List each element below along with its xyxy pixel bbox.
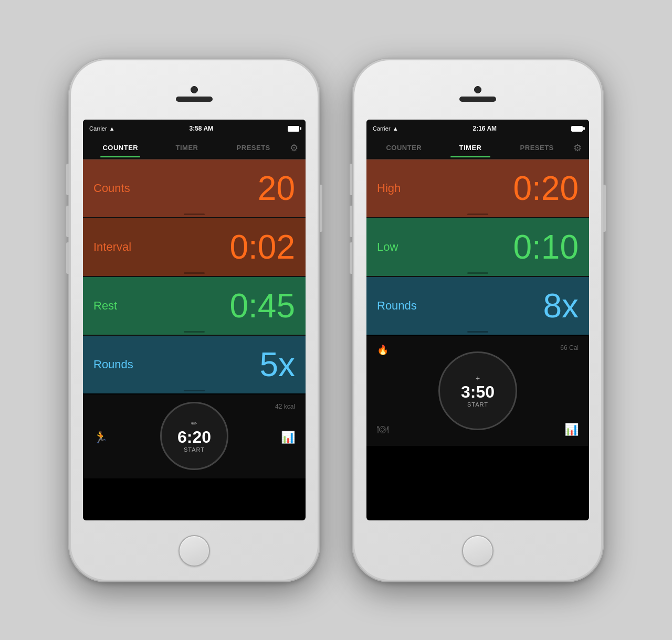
- status-icons-left: [288, 126, 299, 132]
- high-label: High: [377, 182, 401, 195]
- rounds-label-left: Rounds: [93, 358, 133, 371]
- screen-left: Carrier ▲ 3:58 AM COUNTER TIMER PRESETS …: [83, 120, 306, 520]
- start-time-left: 6:20: [177, 429, 211, 445]
- interval-value: 0:02: [229, 228, 295, 266]
- drag-indicator-interval: [184, 272, 205, 274]
- utensils-icon-right[interactable]: 🍽: [377, 423, 388, 436]
- start-button-right[interactable]: + 3:50 START: [438, 351, 517, 430]
- drag-indicator-high: [467, 214, 488, 215]
- bottom-panel-left: 🏃 ✏ 6:20 START 42 kcal 📊: [83, 394, 306, 478]
- drag-indicator-rounds-left: [184, 390, 205, 391]
- flame-icon-right: 🔥: [377, 344, 388, 356]
- gear-icon-right[interactable]: ⚙: [570, 142, 585, 154]
- carrier-left: Carrier ▲: [89, 125, 115, 132]
- interval-label: Interval: [93, 240, 131, 254]
- plus-icon-right: +: [476, 374, 480, 382]
- wifi-icon-left: ▲: [109, 125, 115, 132]
- drag-indicator-counts: [184, 214, 205, 215]
- wifi-icon-right: ▲: [393, 125, 398, 132]
- tab-counter-right[interactable]: COUNTER: [371, 138, 437, 157]
- front-camera-right: [474, 86, 481, 93]
- bars-chart-icon-right[interactable]: 📊: [564, 423, 579, 436]
- bottom-panel-right: 🔥 🍽 + 3:50 START 66 Cal 📊: [366, 336, 589, 446]
- status-time-left: 3:58 AM: [189, 125, 213, 132]
- phone-left: Carrier ▲ 3:58 AM COUNTER TIMER PRESETS …: [68, 58, 320, 582]
- kcal-label-left: 42 kcal: [275, 403, 295, 410]
- drag-indicator-low: [467, 272, 488, 274]
- rest-row[interactable]: Rest 0:45: [83, 277, 306, 335]
- tab-timer-left[interactable]: TIMER: [154, 138, 220, 157]
- drag-indicator-rounds-right: [467, 331, 488, 333]
- status-icons-right: [571, 126, 583, 132]
- rounds-row-left[interactable]: Rounds 5x: [83, 336, 306, 393]
- speaker-left: [176, 97, 213, 102]
- low-value: 0:10: [513, 228, 579, 266]
- rounds-row-right[interactable]: Rounds 8x: [366, 277, 589, 335]
- content-rows-left: Counts 20 Interval 0:02 Rest 0:45 Rounds…: [83, 159, 306, 393]
- start-time-right: 3:50: [461, 383, 495, 400]
- drag-indicator-rest: [184, 331, 205, 333]
- start-button-left[interactable]: ✏ 6:20 START: [160, 402, 228, 470]
- rounds-label-right: Rounds: [377, 299, 417, 313]
- counts-value: 20: [258, 169, 295, 208]
- rounds-value-left: 5x: [259, 345, 295, 384]
- battery-icon-right: [571, 126, 583, 132]
- home-button-right[interactable]: [462, 535, 494, 567]
- carrier-text-right: Carrier: [373, 125, 391, 132]
- nav-tabs-right: COUNTER TIMER PRESETS ⚙: [366, 136, 589, 159]
- screen-right: Carrier ▲ 2:16 AM COUNTER TIMER PRESETS …: [366, 120, 589, 520]
- high-value: 0:20: [513, 169, 579, 208]
- content-rows-right: High 0:20 Low 0:10 Rounds 8x: [366, 159, 589, 335]
- rounds-value-right: 8x: [543, 286, 579, 325]
- tab-timer-right[interactable]: TIMER: [437, 138, 504, 157]
- carrier-text-left: Carrier: [89, 125, 107, 132]
- battery-icon-left: [288, 126, 299, 132]
- home-button-left[interactable]: [178, 535, 210, 567]
- low-label: Low: [377, 240, 398, 254]
- tab-presets-left[interactable]: PRESETS: [220, 138, 287, 157]
- tab-counter-left[interactable]: COUNTER: [87, 138, 154, 157]
- counts-label: Counts: [93, 182, 130, 195]
- rest-value: 0:45: [229, 286, 295, 325]
- interval-row[interactable]: Interval 0:02: [83, 218, 306, 276]
- gear-icon-left[interactable]: ⚙: [287, 142, 301, 154]
- start-label-left: START: [184, 446, 205, 453]
- bars-chart-icon-left[interactable]: 📊: [281, 431, 295, 444]
- high-row[interactable]: High 0:20: [366, 159, 589, 217]
- phone-right: Carrier ▲ 2:16 AM COUNTER TIMER PRESETS …: [352, 58, 604, 582]
- start-label-right: START: [467, 401, 488, 408]
- status-bar-left: Carrier ▲ 3:58 AM: [83, 120, 306, 136]
- nav-tabs-left: COUNTER TIMER PRESETS ⚙: [83, 136, 306, 159]
- front-camera-left: [191, 86, 198, 93]
- pencil-icon-left: ✏: [191, 419, 197, 428]
- counts-row[interactable]: Counts 20: [83, 159, 306, 217]
- runner-icon-left[interactable]: 🏃: [93, 431, 108, 444]
- carrier-right: Carrier ▲: [373, 125, 398, 132]
- status-bar-right: Carrier ▲ 2:16 AM: [366, 120, 589, 136]
- low-row[interactable]: Low 0:10: [366, 218, 589, 276]
- tab-presets-right[interactable]: PRESETS: [503, 138, 570, 157]
- kcal-label-right: 66 Cal: [560, 344, 579, 351]
- rest-label: Rest: [93, 299, 117, 313]
- speaker-right: [459, 97, 496, 102]
- status-time-right: 2:16 AM: [472, 125, 497, 132]
